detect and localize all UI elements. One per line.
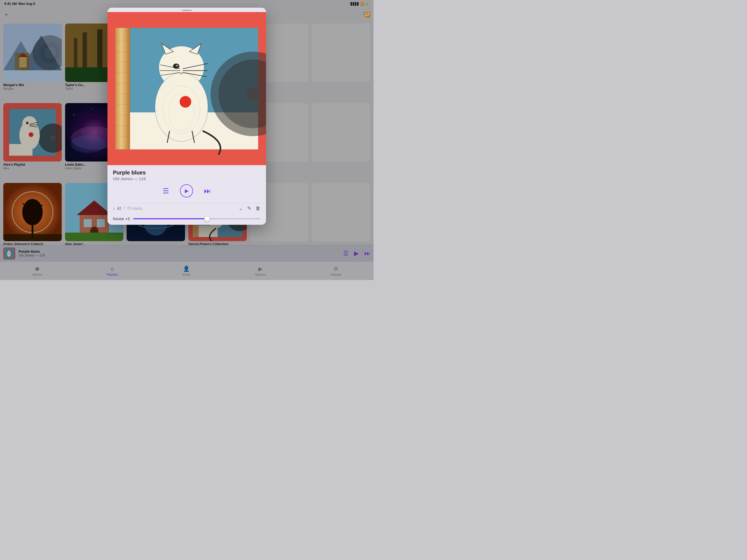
modal-track-info: ♪ 42 / 75 tracks ⌄ ✎ 🗑 (107, 203, 266, 213)
genre-slider-thumb[interactable] (204, 216, 210, 222)
music-note-icon: ♪ (113, 206, 115, 210)
track-current: 42 (117, 206, 121, 210)
svg-point-139 (162, 143, 172, 148)
play-icon: ▶ (185, 188, 189, 194)
modal-album-art (107, 12, 266, 165)
play-button[interactable]: ▶ (180, 184, 193, 198)
svg-point-110 (247, 87, 259, 100)
modal-cat-art (107, 12, 266, 165)
genre-label: house +2 (113, 216, 130, 221)
genre-slider[interactable] (133, 218, 261, 219)
modal-sheet: Purple blues Old James — 116 ☰ ▶ ⏭ ♪ 42 … (107, 8, 266, 225)
modal-info: Purple blues Old James — 116 ☰ ▶ ⏭ (107, 165, 266, 203)
svg-point-128 (176, 65, 178, 67)
delete-button[interactable]: 🗑 (256, 206, 261, 211)
modal-genre-row: house +2 (107, 213, 266, 225)
modal-overlay[interactable]: Purple blues Old James — 116 ☰ ▶ ⏭ ♪ 42 … (0, 0, 374, 280)
expand-button[interactable]: ⌄ (239, 205, 243, 211)
genre-slider-fill (133, 218, 207, 219)
skip-forward-button[interactable]: ⏭ (204, 187, 211, 195)
modal-handle (182, 10, 192, 11)
queue-button[interactable]: ☰ (163, 187, 169, 195)
modal-controls: ☰ ▶ ⏭ (113, 184, 261, 198)
modal-song-artist: Old James — 116 (113, 176, 261, 181)
edit-button[interactable]: ✎ (247, 205, 251, 211)
modal-track-actions: ⌄ ✎ 🗑 (239, 205, 261, 211)
svg-rect-112 (115, 28, 130, 150)
track-total: 75 tracks (127, 206, 143, 210)
svg-point-140 (189, 143, 200, 148)
modal-song-title: Purple blues (113, 170, 261, 176)
